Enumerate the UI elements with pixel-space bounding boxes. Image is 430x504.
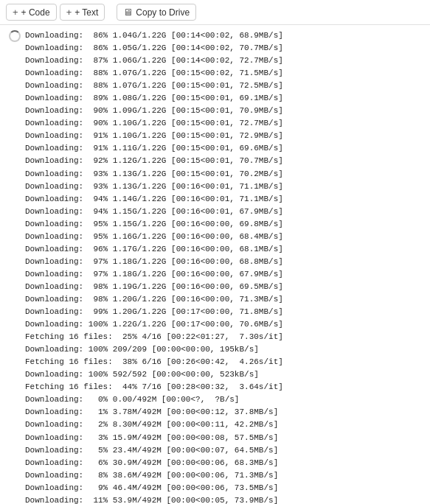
copy-button-label: Copy to Drive — [136, 7, 190, 18]
output-area: Downloading: 86% 1.04G/1.22G [00:14<00:0… — [0, 25, 430, 504]
log-line: Downloading: 95% 1.15G/1.22G [00:16<00:0… — [25, 218, 283, 231]
log-line: Downloading: 93% 1.13G/1.22G [00:16<00:0… — [25, 181, 283, 193]
log-line: Downloading: 95% 1.16G/1.22G [00:16<00:0… — [25, 231, 283, 243]
log-line: Downloading: 94% 1.15G/1.22G [00:16<00:0… — [25, 206, 283, 218]
log-line: Downloading: 11% 53.9M/492M [00:00<00:05… — [25, 494, 283, 504]
log-line: Downloading: 96% 1.17G/1.22G [00:16<00:0… — [25, 243, 283, 256]
log-line: Downloading: 86% 1.05G/1.22G [00:14<00:0… — [25, 42, 283, 55]
log-line: Fetching 16 files: 44% 7/16 [00:28<00:32… — [25, 381, 283, 393]
text-button-label: + Text — [74, 7, 98, 18]
log-line: Downloading: 89% 1.08G/1.22G [00:15<00:0… — [25, 92, 283, 105]
log-line: Downloading: 1% 3.78M/492M [00:00<00:12,… — [25, 406, 283, 419]
spinner-row: Downloading: 86% 1.04G/1.22G [00:14<00:0… — [9, 29, 424, 504]
text-icon: + — [66, 7, 72, 18]
log-line: Downloading: 5% 23.4M/492M [00:00<00:07,… — [25, 444, 283, 457]
log-line: Fetching 16 files: 25% 4/16 [00:22<01:27… — [25, 331, 283, 343]
log-line: Downloading: 90% 1.09G/1.22G [00:15<00:0… — [25, 105, 283, 117]
drive-icon: 🖥 — [123, 7, 133, 18]
log-line: Downloading: 94% 1.14G/1.22G [00:16<00:0… — [25, 193, 283, 206]
log-line: Downloading: 86% 1.04G/1.22G [00:14<00:0… — [25, 29, 283, 42]
log-line: Downloading: 93% 1.13G/1.22G [00:15<00:0… — [25, 168, 283, 181]
log-block: Downloading: 86% 1.04G/1.22G [00:14<00:0… — [25, 29, 283, 504]
log-line: Downloading: 98% 1.19G/1.22G [00:16<00:0… — [25, 281, 283, 293]
log-line: Downloading: 8% 38.6M/492M [00:00<00:06,… — [25, 469, 283, 482]
log-line: Downloading: 100% 209/209 [00:00<00:00, … — [25, 343, 283, 356]
loading-spinner — [9, 30, 21, 42]
code-button[interactable]: + + Code — [6, 4, 57, 21]
log-line: Downloading: 97% 1.18G/1.22G [00:16<00:0… — [25, 268, 283, 281]
copy-to-drive-button[interactable]: 🖥 Copy to Drive — [117, 4, 196, 21]
log-line: Downloading: 88% 1.07G/1.22G [00:15<00:0… — [25, 67, 283, 80]
log-line: Downloading: 88% 1.07G/1.22G [00:15<00:0… — [25, 80, 283, 92]
log-line: Downloading: 6% 30.9M/492M [00:00<00:06,… — [25, 457, 283, 469]
text-button[interactable]: + + Text — [60, 4, 105, 21]
log-line: Downloading: 91% 1.10G/1.22G [00:15<00:0… — [25, 130, 283, 142]
log-line: Downloading: 2% 8.30M/492M [00:00<00:11,… — [25, 419, 283, 431]
log-line: Downloading: 3% 15.9M/492M [00:00<00:08,… — [25, 432, 283, 444]
log-line: Downloading: 0% 0.00/492M [00:00<?, ?B/s… — [25, 393, 283, 406]
code-button-label: + Code — [21, 7, 50, 18]
log-line: Downloading: 92% 1.12G/1.22G [00:15<00:0… — [25, 155, 283, 167]
log-line: Downloading: 99% 1.20G/1.22G [00:17<00:0… — [25, 306, 283, 318]
log-line: Downloading: 87% 1.06G/1.22G [00:14<00:0… — [25, 55, 283, 67]
code-icon: + — [13, 7, 18, 18]
log-line: Downloading: 98% 1.20G/1.22G [00:16<00:0… — [25, 293, 283, 306]
log-line: Downloading: 91% 1.11G/1.22G [00:15<00:0… — [25, 142, 283, 155]
log-line: Fetching 16 files: 38% 6/16 [00:26<00:42… — [25, 356, 283, 368]
log-line: Downloading: 90% 1.10G/1.22G [00:15<00:0… — [25, 117, 283, 130]
log-line: Downloading: 97% 1.18G/1.22G [00:16<00:0… — [25, 256, 283, 268]
log-line: Downloading: 9% 46.4M/492M [00:00<00:06,… — [25, 482, 283, 494]
log-line: Downloading: 100% 592/592 [00:00<00:00, … — [25, 368, 283, 381]
toolbar: + + Code + + Text 🖥 Copy to Drive — [0, 0, 430, 25]
log-line: Downloading: 100% 1.22G/1.22G [00:17<00:… — [25, 318, 283, 331]
